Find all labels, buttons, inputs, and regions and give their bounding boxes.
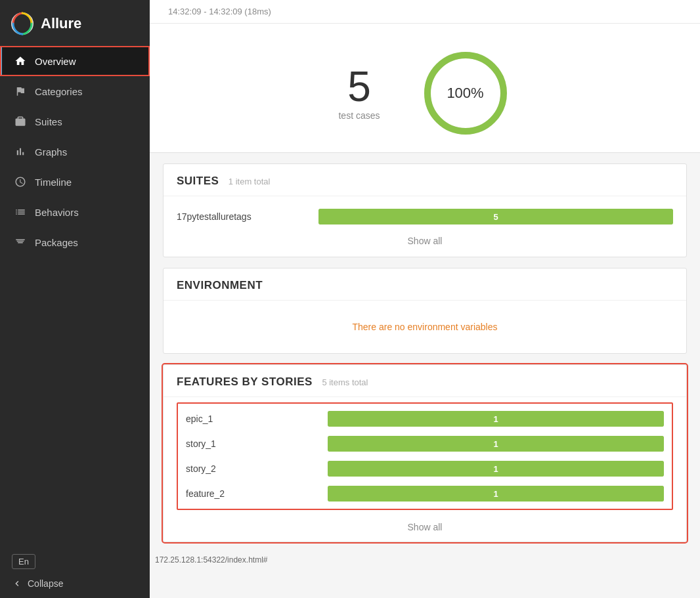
sidebar: Allure Overview Categories Suites [0,0,150,598]
suites-show-all[interactable]: Show all [177,229,673,249]
packages-icon [14,236,27,249]
feature-bar-value-3: 1 [493,489,498,499]
collapse-label: Collapse [28,578,63,589]
sidebar-logo: Allure [0,0,150,46]
environment-card: ENVIRONMENT There are no environment var… [163,268,687,354]
feature-label-2: story_2 [186,463,317,474]
feature-bar-track-0: 1 [328,411,664,427]
sidebar-label-overview: Overview [35,56,76,67]
chevron-left-icon [12,578,22,589]
suites-card-title: SUITES [177,175,219,187]
suites-card-body: 17pytestalluretags 5 Show all [164,196,686,257]
suite-label-0: 17pytestalluretags [177,211,308,222]
suite-bar-fill-0: 5 [318,209,673,224]
app-title: Allure [41,15,81,32]
feature-bar-track-3: 1 [328,486,664,502]
feature-bar-fill-2: 1 [328,461,664,477]
features-card: FEATURES BY STORIES 5 items total epic_1… [163,364,687,542]
bar-chart-icon [14,145,27,158]
time-header: 14:32:09 - 14:32:09 (18ms) [150,0,700,24]
pass-donut: 100% [420,47,512,139]
features-card-header: FEATURES BY STORIES 5 items total [164,365,686,397]
stats-area: 5 test cases 100% [168,34,682,139]
allure-logo-icon [11,12,34,35]
features-card-title: FEATURES BY STORIES [177,375,313,388]
suite-row-0: 17pytestalluretags 5 [177,204,673,229]
features-card-body: epic_1 1 story_1 1 s [164,402,686,542]
stats-section: 5 test cases 100% [150,24,700,153]
features-card-subtitle: 5 items total [322,377,368,387]
sidebar-bottom: En Collapse [0,545,150,598]
feature-bar-track-2: 1 [328,461,664,477]
feature-bar-fill-3: 1 [328,486,664,502]
sidebar-item-packages[interactable]: Packages [0,227,150,257]
sidebar-item-suites[interactable]: Suites [0,106,150,137]
sidebar-label-categories: Categories [35,86,83,97]
sidebar-label-timeline: Timeline [35,177,72,188]
test-count-label: test cases [338,110,380,121]
collapse-button[interactable]: Collapse [12,578,138,589]
sidebar-item-timeline[interactable]: Timeline [0,167,150,197]
feature-bar-value-0: 1 [493,414,498,424]
donut-percent: 100% [447,85,483,102]
features-rows-highlight: epic_1 1 story_1 1 s [177,402,673,510]
sidebar-label-behaviors: Behaviors [35,207,79,218]
feature-bar-value-2: 1 [493,464,498,474]
feature-row-1: story_1 1 [178,431,672,456]
suites-card: SUITES 1 item total 17pytestalluretags 5… [163,163,687,257]
test-count-number: 5 [338,66,380,108]
flag-icon [14,85,27,98]
sidebar-item-overview[interactable]: Overview [0,46,150,76]
time-range: 14:32:09 - 14:32:09 (18ms) [168,7,271,16]
sidebar-label-packages: Packages [35,237,78,248]
feature-row-2: story_2 1 [178,456,672,481]
language-button[interactable]: En [12,554,35,569]
feature-bar-value-1: 1 [493,439,498,449]
feature-label-0: epic_1 [186,414,317,424]
environment-empty-message: There are no environment variables [177,309,673,345]
environment-card-title: ENVIRONMENT [177,279,263,291]
clock-icon [14,175,27,188]
feature-label-3: feature_2 [186,488,317,499]
feature-bar-fill-1: 1 [328,436,664,452]
sidebar-item-behaviors[interactable]: Behaviors [0,197,150,227]
features-show-all[interactable]: Show all [177,515,673,542]
sidebar-nav: Overview Categories Suites Graphs [0,46,150,545]
suite-bar-track-0: 5 [318,209,673,224]
suites-card-header: SUITES 1 item total [164,164,686,196]
home-icon [14,54,27,68]
sidebar-label-graphs: Graphs [35,146,67,158]
environment-card-header: ENVIRONMENT [164,268,686,301]
test-count-block: 5 test cases [338,66,380,121]
url-bar: 172.25.128.1:54322/index.html# [150,553,700,568]
feature-row-0: epic_1 1 [178,406,672,431]
sidebar-item-graphs[interactable]: Graphs [0,137,150,167]
list-icon [14,205,27,219]
main-content: 14:32:09 - 14:32:09 (18ms) 5 test cases … [150,0,700,598]
feature-bar-track-1: 1 [328,436,664,452]
url-text: 172.25.128.1:54322/index.html# [155,555,267,565]
suites-card-subtitle: 1 item total [229,177,271,186]
sidebar-label-suites: Suites [35,116,62,127]
briefcase-icon [14,115,27,128]
feature-label-1: story_1 [186,438,317,449]
sidebar-item-categories[interactable]: Categories [0,76,150,106]
environment-card-body: There are no environment variables [164,301,686,353]
suite-bar-value-0: 5 [493,212,498,222]
feature-row-3: feature_2 1 [178,481,672,506]
feature-bar-fill-0: 1 [328,411,664,427]
